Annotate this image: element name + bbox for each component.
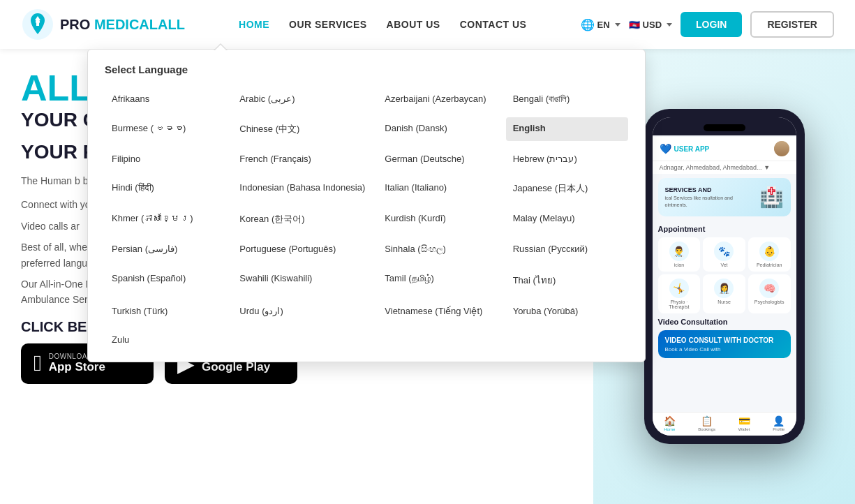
specialist-physician[interactable]: 👨‍⚕️ ician xyxy=(658,237,701,272)
logo-text: PRO MEDICALALL xyxy=(60,17,185,33)
language-dropdown: Select Language AfrikaansArabic (عربى)Az… xyxy=(87,49,646,362)
login-button[interactable]: LOGIN xyxy=(681,12,742,37)
specialist-nurse[interactable]: 👩‍⚕️ Nurse xyxy=(703,274,745,313)
bottom-nav-home[interactable]: 🏠 Home xyxy=(664,415,676,431)
banner-card: SERVICES AND ical Services like nsultati… xyxy=(658,178,791,216)
lang-option-arabic[interactable]: Arabic (عربى) xyxy=(232,88,372,110)
lang-option-yoruba[interactable]: Yoruba (Yorùbá) xyxy=(506,300,628,322)
dropdown-arrow-inner xyxy=(214,45,227,51)
lang-option-hebrew[interactable]: Hebrew (עברית) xyxy=(506,148,628,170)
pediatrician-label: Pediatrician xyxy=(757,262,782,267)
lang-option-german[interactable]: German (Deutsche) xyxy=(378,148,500,170)
specialist-psychologist[interactable]: 🧠 Psychologists xyxy=(748,274,791,313)
video-card-sub: Book a Video Call with xyxy=(665,346,784,353)
profile-nav-label: Profile xyxy=(773,427,785,431)
lang-option-hindi[interactable]: Hindi (हिंदी) xyxy=(105,177,227,200)
svg-point-1 xyxy=(36,20,40,24)
lang-option-bengali[interactable]: Bengali (বাঙালি) xyxy=(506,88,628,110)
lang-option-urdu[interactable]: Urdu (اردو) xyxy=(232,300,372,322)
lang-option-turkish[interactable]: Turkish (Türk) xyxy=(105,300,227,322)
user-avatar xyxy=(774,141,789,156)
lang-option-azerbaijani[interactable]: Azerbaijani (Azerbaycan) xyxy=(378,88,500,110)
home-nav-label: Home xyxy=(664,427,675,431)
phone-notch xyxy=(653,117,796,135)
specialist-pediatrician[interactable]: 👶 Pediatrician xyxy=(748,237,791,272)
banner-subtitle: ical Services like nsultation and ointme… xyxy=(665,195,754,209)
logo[interactable]: PRO MEDICALALL xyxy=(21,8,185,41)
physio-label: Physio · Therapist xyxy=(661,299,698,309)
location-text: Adnagar, Ahmedabad, Ahmedabad... xyxy=(660,164,762,171)
language-grid: AfrikaansArabic (عربى)Azerbaijani (Azerb… xyxy=(105,88,628,350)
profile-nav-icon: 👤 xyxy=(773,415,785,427)
app-header-right xyxy=(774,141,789,156)
lang-option-russian[interactable]: Russian (Русский) xyxy=(506,238,628,260)
app-logo-small: 💙 USER APP xyxy=(660,143,710,154)
lang-option-kurdish[interactable]: Kurdish (Kurdî) xyxy=(378,207,500,231)
lang-option-spanish[interactable]: Spanish (Español) xyxy=(105,267,227,293)
banner-content: SERVICES AND ical Services like nsultati… xyxy=(665,186,754,208)
lang-option-persian[interactable]: Persian (فارسی) xyxy=(105,238,227,260)
video-consult-card[interactable]: VIDEO CONSULT WITH DOCTOR Book a Video C… xyxy=(658,330,791,358)
lang-option-danish[interactable]: Danish (Dansk) xyxy=(378,117,500,141)
lang-option-chinese[interactable]: Chinese (中文) xyxy=(232,117,372,141)
nav-home[interactable]: HOME xyxy=(239,19,269,30)
dropdown-chevron: ▼ xyxy=(764,164,770,171)
lang-option-japanese[interactable]: Japanese (日本人) xyxy=(506,177,628,200)
specialist-vet[interactable]: 🐾 Vet xyxy=(703,237,745,272)
lang-option-filipino[interactable]: Filipino xyxy=(105,148,227,170)
lang-caret xyxy=(615,23,620,27)
bottom-nav-profile[interactable]: 👤 Profile xyxy=(773,415,785,431)
lang-option-thai[interactable]: Thai (ไทย) xyxy=(506,267,628,293)
lang-option-sinhala[interactable]: Sinhala (සිංහල) xyxy=(378,238,500,260)
banner-icon: 🏥 xyxy=(759,186,784,209)
bookings-nav-label: Bookings xyxy=(698,427,715,431)
lang-option-italian[interactable]: Italian (Italiano) xyxy=(378,177,500,200)
lang-option-french[interactable]: French (Français) xyxy=(232,148,372,170)
bottom-nav-bookings[interactable]: 📋 Bookings xyxy=(698,415,715,431)
bookings-nav-icon: 📋 xyxy=(701,415,713,427)
lang-option-zulu[interactable]: Zulu xyxy=(105,329,227,350)
lang-option-malay[interactable]: Malay (Melayu) xyxy=(506,207,628,231)
nav-our-services[interactable]: OUR SERVICES xyxy=(289,19,367,30)
nurse-icon: 👩‍⚕️ xyxy=(714,279,734,298)
nav-about-us[interactable]: ABOUT US xyxy=(387,19,440,30)
lang-option-vietnamese[interactable]: Vietnamese (Tiếng Việt) xyxy=(378,300,500,322)
lang-option-afrikaans[interactable]: Afrikaans xyxy=(105,88,227,110)
psychologist-label: Psychologists xyxy=(754,299,785,304)
app-heart-icon: 💙 xyxy=(660,143,671,154)
lang-option-korean[interactable]: Korean (한국어) xyxy=(232,207,372,231)
wallet-nav-icon: 💳 xyxy=(738,415,750,427)
app-header-bar: 💙 USER APP xyxy=(653,137,796,161)
app-title: USER APP xyxy=(674,145,710,153)
vet-icon: 🐾 xyxy=(714,242,734,261)
physician-label: ician xyxy=(674,262,684,267)
lang-option-khmer[interactable]: Khmer (ភាសាខ្មែរ) xyxy=(105,207,227,231)
currency-button[interactable]: 🇰🇭 USD xyxy=(629,20,672,30)
flag-icon: 🇰🇭 xyxy=(629,20,640,30)
language-button[interactable]: 🌐 EN xyxy=(581,18,620,31)
lang-option-tamil[interactable]: Tamil (தமிழ்) xyxy=(378,267,500,293)
physio-icon: 🤸 xyxy=(669,279,689,298)
lang-option-swahili[interactable]: Swahili (Kiswahili) xyxy=(232,267,372,293)
header: PRO MEDICALALL HOME OUR SERVICES ABOUT U… xyxy=(0,0,855,49)
pediatrician-icon: 👶 xyxy=(759,242,779,261)
lang-option-portuguese[interactable]: Portuguese (Português) xyxy=(232,238,372,260)
banner-title: SERVICES AND ical Services like nsultati… xyxy=(665,186,754,208)
phone-screen: 💙 USER APP Adnagar, Ahmedabad, xyxy=(653,117,796,436)
language-dropdown-title: Select Language xyxy=(105,64,628,75)
physician-icon: 👨‍⚕️ xyxy=(669,242,689,261)
psychologist-icon: 🧠 xyxy=(759,279,779,298)
phone-app-content: 💙 USER APP Adnagar, Ahmedabad, xyxy=(653,117,796,436)
appointment-title: Appointment xyxy=(658,225,791,233)
nav-contact-us[interactable]: CONTACT US xyxy=(460,19,527,30)
apple-icon:  xyxy=(34,350,42,376)
lang-option-burmese[interactable]: Burmese (ဗမာစာ) xyxy=(105,117,227,141)
lang-option-indonesian[interactable]: Indonesian (Bahasa Indonesia) xyxy=(232,177,372,200)
specialist-physio[interactable]: 🤸 Physio · Therapist xyxy=(658,274,701,313)
bottom-nav-wallet[interactable]: 💳 Wallet xyxy=(738,415,750,431)
lang-option-english[interactable]: English xyxy=(506,117,628,141)
location-bar: Adnagar, Ahmedabad, Ahmedabad... ▼ xyxy=(653,161,796,174)
globe-icon: 🌐 xyxy=(581,18,595,31)
register-button[interactable]: REGISTER xyxy=(750,11,834,38)
specialist-grid: 👨‍⚕️ ician 🐾 Vet 👶 Pediatrician xyxy=(658,237,791,313)
